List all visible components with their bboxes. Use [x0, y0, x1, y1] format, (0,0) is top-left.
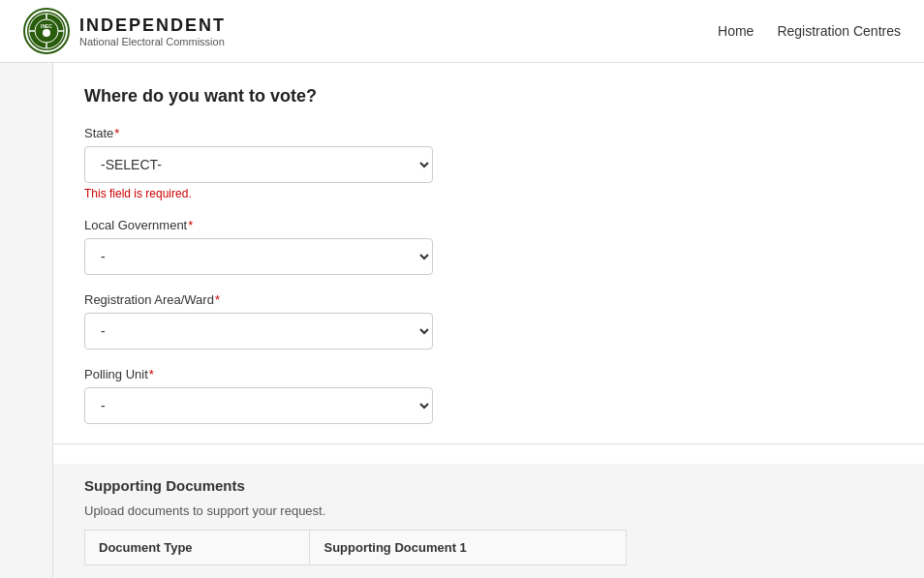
state-form-group: State* -SELECT- This field is required.	[84, 126, 893, 200]
main-content: Where do you want to vote? State* -SELEC…	[53, 63, 924, 578]
docs-table: Document Type Supporting Document 1	[84, 530, 627, 565]
nav-registration-centres[interactable]: Registration Centres	[777, 23, 901, 39]
navbar: INEC INDEPENDENT National Electoral Comm…	[0, 0, 924, 63]
polling-unit-label-text: Polling Unit	[84, 367, 148, 381]
brand-logo: INEC INDEPENDENT National Electoral Comm…	[23, 8, 226, 54]
state-label-text: State	[84, 126, 113, 140]
reg-area-form-group: Registration Area/Ward* -	[84, 292, 893, 350]
state-select[interactable]: -SELECT-	[84, 146, 433, 183]
logo-icon: INEC	[23, 8, 70, 54]
docs-col-type: Document Type	[85, 531, 310, 565]
polling-unit-form-group: Polling Unit* -	[84, 367, 893, 424]
page-wrapper: Where do you want to vote? State* -SELEC…	[0, 63, 924, 578]
docs-col-doc1: Supporting Document 1	[310, 531, 627, 565]
local-gov-select[interactable]: -	[84, 238, 433, 275]
state-error: This field is required.	[84, 187, 893, 200]
logo-svg: INEC	[27, 12, 66, 50]
nav-home[interactable]: Home	[718, 23, 754, 39]
section-title: Where do you want to vote?	[84, 86, 893, 106]
polling-unit-required-star: *	[149, 367, 154, 381]
reg-area-label: Registration Area/Ward*	[84, 292, 893, 307]
brand-text: INDEPENDENT National Electoral Commissio…	[79, 15, 226, 47]
state-label: State*	[84, 126, 893, 140]
docs-table-head: Document Type Supporting Document 1	[85, 531, 627, 565]
supporting-docs-section: Supporting Documents Upload documents to…	[53, 464, 924, 578]
polling-unit-label: Polling Unit*	[84, 367, 893, 381]
polling-unit-select[interactable]: -	[84, 387, 433, 424]
supporting-docs-subtitle: Upload documents to support your request…	[84, 503, 893, 518]
local-gov-label: Local Government*	[84, 218, 893, 232]
sidebar	[0, 63, 53, 578]
logo-inner: INEC	[25, 10, 68, 52]
nav-links: Home Registration Centres	[718, 23, 901, 39]
svg-text:INEC: INEC	[41, 23, 52, 29]
local-gov-form-group: Local Government* -	[84, 218, 893, 275]
section-divider	[53, 443, 924, 444]
svg-point-3	[43, 29, 50, 37]
reg-area-required-star: *	[215, 292, 220, 307]
brand-title: INDEPENDENT	[79, 15, 226, 36]
supporting-docs-title: Supporting Documents	[84, 477, 893, 494]
state-required-star: *	[114, 126, 119, 140]
local-gov-required-star: *	[188, 218, 193, 232]
brand-subtitle: National Electoral Commission	[79, 36, 226, 47]
reg-area-select[interactable]: -	[84, 313, 433, 350]
docs-table-header-row: Document Type Supporting Document 1	[85, 531, 627, 565]
local-gov-label-text: Local Government	[84, 218, 187, 232]
reg-area-label-text: Registration Area/Ward	[84, 292, 214, 307]
